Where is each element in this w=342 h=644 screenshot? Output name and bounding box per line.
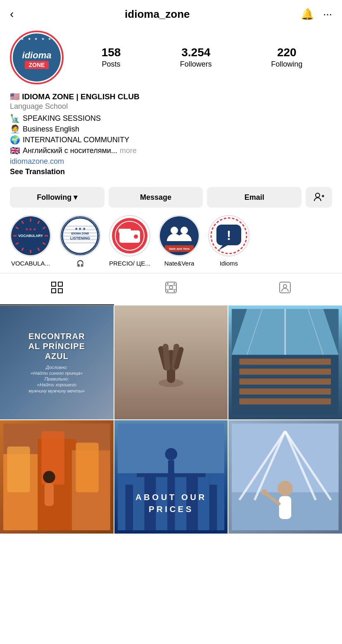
bio-text-4: Английский с носителями... (23, 146, 117, 155)
photo-grid: ENCONTRARAL PRÍNCIPEAZUL Дословно:«Найти… (0, 306, 342, 534)
avatar-text-idioma: idioma (22, 51, 52, 60)
bio-text-1: SPEAKING SESSIONS (23, 114, 101, 123)
grid-item-4[interactable] (0, 420, 114, 534)
bio-emoji-4: 🇬🇧 (10, 146, 20, 156)
avatar-inner: ★ ★ ★ ★ ★ idioma ZONE (13, 34, 61, 81)
story-vocab-inner: ★ ★ ★ VOCABULARY (11, 216, 50, 255)
page-title: idioma_zone (125, 8, 190, 21)
svg-rect-104 (279, 496, 292, 519)
story-nate-circle: Nate and Vera (159, 215, 200, 256)
stat-followers[interactable]: 3.254 Followers (180, 47, 212, 69)
svg-point-106 (261, 489, 268, 496)
svg-point-34 (134, 235, 138, 239)
stat-following[interactable]: 220 Following (271, 47, 302, 69)
bio-line-4: 🇬🇧 Английский с носителями... more (10, 146, 332, 156)
svg-point-53 (173, 283, 175, 285)
story-precio-circle (109, 215, 150, 256)
story-listening[interactable]: ★ ★ ★ IDIOMA ZONE LISTENING 🎧 (59, 215, 101, 267)
bio-emoji-3: 🌍 (10, 135, 20, 145)
profile-name: 🇺🇸 IDIOMA ZONE | ENGLISH CLUB (10, 92, 332, 101)
add-person-icon (314, 192, 324, 203)
followers-count: 3.254 (181, 47, 210, 58)
email-button[interactable]: Email (207, 187, 302, 208)
grid-item-3-content (228, 306, 342, 419)
story-nate[interactable]: Nate and Vera Nate&Vera (159, 215, 200, 267)
story-vocab[interactable]: ★ ★ ★ VOCABULARY VOCABULA... (10, 215, 51, 267)
svg-text:VOCABULARY: VOCABULARY (18, 234, 43, 238)
profile-top: ★ ★ ★ ★ ★ idioma ZONE 158 Posts 3.254 Fo… (10, 31, 332, 84)
story-idioms-inner: ! (209, 216, 248, 255)
svg-rect-70 (240, 398, 331, 405)
svg-rect-89 (156, 477, 167, 530)
grid-item-1-title: ENCONTRARAL PRÍNCIPEAZUL (28, 331, 85, 361)
svg-rect-91 (198, 477, 209, 530)
svg-point-49 (169, 286, 173, 289)
svg-text:★ ★ ★: ★ ★ ★ (25, 227, 36, 231)
svg-point-36 (171, 227, 178, 234)
tab-grid[interactable] (0, 273, 114, 305)
svg-rect-81 (76, 443, 99, 492)
story-idioms-label: Idioms (220, 260, 238, 267)
bio-line-3: 🌍 INTERNATIONAL COMMUNITY (10, 135, 332, 145)
avatar-stars: ★ ★ ★ ★ ★ (13, 37, 61, 41)
svg-point-55 (173, 290, 175, 292)
svg-rect-69 (240, 388, 331, 395)
bio-website-link[interactable]: idiomazone.com (10, 157, 332, 166)
bio-line-2: 🧑‍💼 Business English (10, 124, 332, 134)
add-person-button[interactable] (306, 187, 332, 208)
story-listening-circle: ★ ★ ★ IDIOMA ZONE LISTENING (59, 215, 101, 256)
svg-rect-26 (62, 242, 99, 244)
grid-icon (51, 282, 63, 296)
story-vocab-label: VOCABULA... (11, 260, 50, 267)
story-precio-inner (110, 216, 149, 255)
followers-label: Followers (180, 60, 212, 69)
more-icon[interactable]: ··· (323, 8, 332, 21)
see-translation-button[interactable]: See Translation (10, 168, 332, 176)
tagged-icon (279, 282, 291, 296)
header: ‹ idioma_zone 🔔 ··· (0, 0, 342, 25)
svg-point-103 (278, 481, 293, 496)
following-button[interactable]: Following ▾ (10, 187, 104, 208)
header-actions: 🔔 ··· (301, 8, 332, 21)
svg-rect-44 (52, 282, 56, 286)
action-buttons: Following ▾ Message Email (0, 183, 342, 215)
message-button[interactable]: Message (109, 187, 203, 208)
grid-item-6-content (228, 420, 342, 534)
bio-text-2: Business English (23, 125, 79, 134)
tab-tagged[interactable] (228, 273, 342, 305)
story-idioms-circle: ! (208, 215, 249, 256)
avatar-ring: ★ ★ ★ ★ ★ idioma ZONE (10, 31, 64, 84)
bio-more-link[interactable]: more (120, 146, 137, 155)
story-idioms[interactable]: ! Idioms (208, 215, 249, 267)
svg-text:IDIOMA ZONE: IDIOMA ZONE (71, 232, 89, 235)
story-vocab-circle: ★ ★ ★ VOCABULARY (10, 215, 51, 256)
profile-section: ★ ★ ★ ★ ★ idioma ZONE 158 Posts 3.254 Fo… (0, 25, 342, 84)
story-precio[interactable]: PRECIO/ ЦЕ... (109, 215, 150, 267)
stat-posts[interactable]: 158 Posts (102, 47, 121, 69)
svg-text:PRICES: PRICES (149, 505, 194, 514)
grid-item-6[interactable] (228, 420, 342, 534)
grid-item-1-overlay: ENCONTRARAL PRÍNCIPEAZUL Дословно:«Найти… (0, 306, 114, 419)
svg-text:LISTENING: LISTENING (70, 236, 90, 240)
grid-item-5[interactable]: ABOUT OUR PRICES (114, 420, 228, 534)
svg-point-54 (167, 290, 169, 292)
svg-rect-45 (58, 282, 62, 286)
grid-item-1-subtitle: Дословно:«Найти синего принца»Правильно:… (28, 364, 85, 394)
grid-item-2[interactable] (114, 306, 228, 419)
svg-rect-90 (175, 477, 186, 530)
grid-item-3[interactable] (228, 306, 342, 419)
avatar[interactable]: ★ ★ ★ ★ ★ idioma ZONE (10, 31, 64, 84)
notification-icon[interactable]: 🔔 (301, 8, 314, 21)
posts-label: Posts (102, 60, 121, 69)
svg-text:★ ★ ★: ★ ★ ★ (75, 227, 86, 231)
stats-row: 158 Posts 3.254 Followers 220 Following (72, 47, 332, 69)
following-label: Following (271, 60, 302, 69)
svg-point-93 (165, 448, 177, 460)
svg-text:Nate and Vera: Nate and Vera (169, 247, 190, 251)
grid-item-1[interactable]: ENCONTRARAL PRÍNCIPEAZUL Дословно:«Найти… (0, 306, 114, 419)
back-button[interactable]: ‹ (10, 7, 14, 21)
bio-line-1: 🗽 SPEAKING SESSIONS (10, 113, 332, 123)
svg-rect-33 (119, 229, 131, 233)
tab-reels[interactable] (114, 273, 228, 305)
svg-text:!: ! (227, 228, 231, 243)
